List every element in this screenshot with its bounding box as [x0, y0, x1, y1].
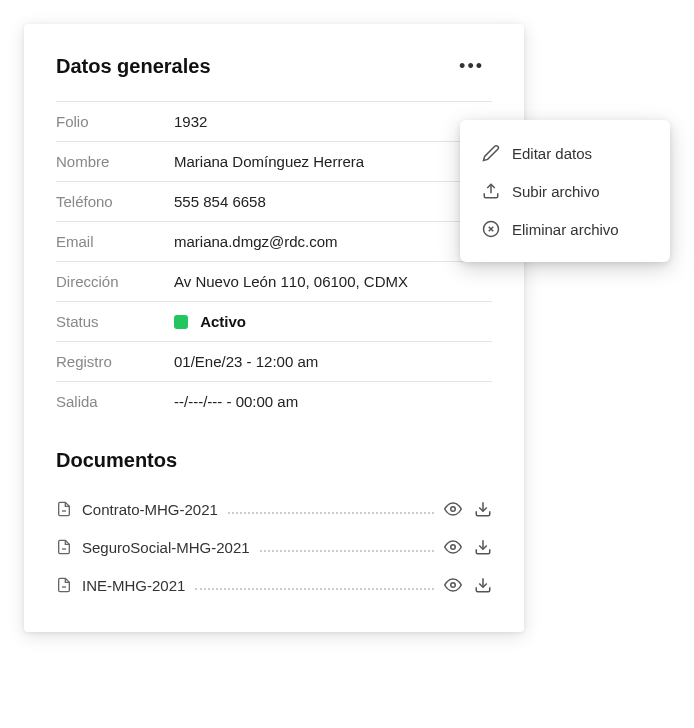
svg-point-7: [451, 583, 456, 588]
menu-label-delete: Eliminar archivo: [512, 221, 619, 238]
document-actions: [444, 538, 492, 556]
menu-item-edit[interactable]: Editar datos: [460, 134, 670, 172]
document-name: Contrato-MHG-2021: [82, 501, 218, 518]
svg-point-4: [451, 545, 456, 550]
label-folio: Folio: [56, 113, 174, 130]
download-document-button[interactable]: [474, 576, 492, 594]
more-horizontal-icon: •••: [459, 56, 484, 76]
eye-icon: [444, 576, 462, 594]
more-options-button[interactable]: •••: [451, 52, 492, 81]
value-salida: --/---/--- - 00:00 am: [174, 393, 298, 410]
svg-point-1: [451, 507, 456, 512]
row-direccion: Dirección Av Nuevo León 110, 06100, CDMX: [56, 261, 492, 301]
menu-item-upload[interactable]: Subir archivo: [460, 172, 670, 210]
value-registro: 01/Ene/23 - 12:00 am: [174, 353, 318, 370]
eye-icon: [444, 538, 462, 556]
view-document-button[interactable]: [444, 538, 462, 556]
section-title-documents: Documentos: [56, 449, 492, 472]
value-nombre: Mariana Domínguez Herrera: [174, 153, 364, 170]
documents-section: Documentos Contrato-MHG-2021 SeguroSocia…: [56, 449, 492, 604]
value-folio: 1932: [174, 113, 207, 130]
menu-label-upload: Subir archivo: [512, 183, 600, 200]
x-circle-icon: [482, 220, 500, 238]
document-name: SeguroSocial-MHG-2021: [82, 539, 250, 556]
options-dropdown-menu: Editar datos Subir archivo Eliminar arch…: [460, 120, 670, 262]
pencil-icon: [482, 144, 500, 162]
download-icon: [474, 500, 492, 518]
file-icon: [56, 539, 72, 555]
doc-spacer: [228, 512, 434, 514]
value-status: Activo: [174, 313, 246, 330]
document-actions: [444, 576, 492, 594]
row-salida: Salida --/---/--- - 00:00 am: [56, 381, 492, 421]
doc-spacer: [195, 588, 434, 590]
doc-spacer: [260, 550, 434, 552]
document-actions: [444, 500, 492, 518]
label-status: Status: [56, 313, 174, 330]
row-status: Status Activo: [56, 301, 492, 341]
section-title-general: Datos generales: [56, 55, 211, 78]
general-data-card: Datos generales ••• Folio 1932 Nombre Ma…: [24, 24, 524, 632]
row-telefono: Teléfono 555 854 6658: [56, 181, 492, 221]
row-registro: Registro 01/Ene/23 - 12:00 am: [56, 341, 492, 381]
row-folio: Folio 1932: [56, 101, 492, 141]
download-document-button[interactable]: [474, 538, 492, 556]
label-direccion: Dirección: [56, 273, 174, 290]
row-nombre: Nombre Mariana Domínguez Herrera: [56, 141, 492, 181]
download-icon: [474, 576, 492, 594]
label-telefono: Teléfono: [56, 193, 174, 210]
eye-icon: [444, 500, 462, 518]
file-icon: [56, 577, 72, 593]
card-header: Datos generales •••: [56, 52, 492, 81]
menu-label-edit: Editar datos: [512, 145, 592, 162]
document-name: INE-MHG-2021: [82, 577, 185, 594]
status-indicator-icon: [174, 315, 188, 329]
download-document-button[interactable]: [474, 500, 492, 518]
view-document-button[interactable]: [444, 576, 462, 594]
menu-item-delete[interactable]: Eliminar archivo: [460, 210, 670, 248]
label-salida: Salida: [56, 393, 174, 410]
document-row: INE-MHG-2021: [56, 566, 492, 604]
download-icon: [474, 538, 492, 556]
document-row: Contrato-MHG-2021: [56, 490, 492, 528]
row-email: Email mariana.dmgz@rdc.com: [56, 221, 492, 261]
label-email: Email: [56, 233, 174, 250]
status-text: Activo: [200, 313, 246, 330]
document-row: SeguroSocial-MHG-2021: [56, 528, 492, 566]
file-icon: [56, 501, 72, 517]
value-telefono: 555 854 6658: [174, 193, 266, 210]
view-document-button[interactable]: [444, 500, 462, 518]
value-direccion: Av Nuevo León 110, 06100, CDMX: [174, 273, 408, 290]
label-registro: Registro: [56, 353, 174, 370]
label-nombre: Nombre: [56, 153, 174, 170]
upload-icon: [482, 182, 500, 200]
value-email: mariana.dmgz@rdc.com: [174, 233, 338, 250]
